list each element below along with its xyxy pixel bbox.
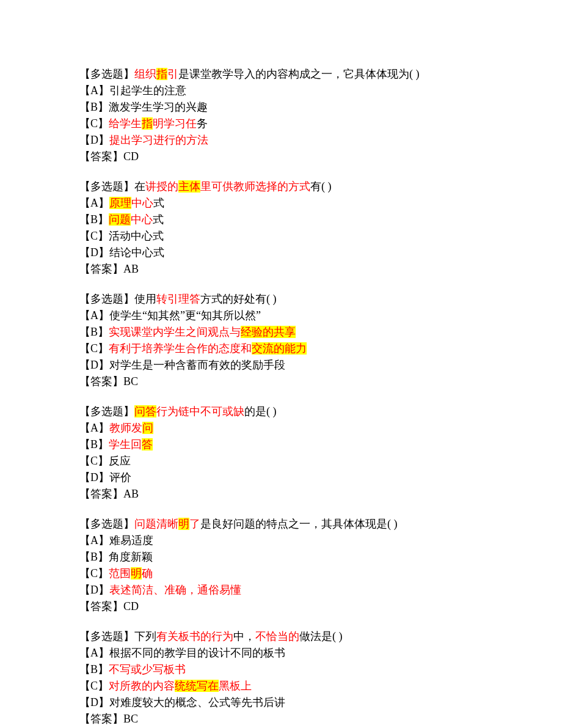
document-content: 【多选题】组织指引是课堂教学导入的内容构成之一，它具体体现为( )【A】引起学生… <box>79 66 483 727</box>
text-segment: 提出学习进行的方法 <box>109 134 208 146</box>
answer-label: 【答案】 <box>79 150 123 163</box>
text-segment: 【D】对难度较大的概念、公式等先书后讲 <box>79 696 285 708</box>
question-option: 【B】问题中心式 <box>79 211 483 228</box>
question-stem: 【多选题】使用转引理答方式的好处有( ) <box>79 291 483 307</box>
answer-label: 【答案】 <box>79 375 123 388</box>
text-segment: 【多选题】在 <box>79 180 145 193</box>
text-segment: 【多选题】 <box>79 68 134 80</box>
text-segment: 【D】结论中心式 <box>79 246 164 259</box>
text-segment: 有利于培养学生合作的态度和 <box>109 342 252 355</box>
question-option: 【C】对所教的内容统统写在黑板上 <box>79 678 483 694</box>
answer-line: 【答案】AB <box>79 486 483 502</box>
text-segment: 【多选题】 <box>79 405 134 417</box>
question-option: 【A】使学生“知其然”更“知其所以然” <box>79 307 483 324</box>
text-segment: 明 <box>131 567 142 579</box>
question-option: 【C】反应 <box>79 453 483 469</box>
text-segment: 的是( ) <box>244 405 277 417</box>
text-segment: 主体 <box>178 180 200 193</box>
question-stem: 【多选题】组织指引是课堂教学导入的内容构成之一，它具体体现为( ) <box>79 66 483 83</box>
text-segment: 【A】根据不同的教学目的设计不同的板书 <box>79 647 285 659</box>
answer-line: 【答案】CD <box>79 598 483 615</box>
question-option: 【D】结论中心式 <box>79 245 483 261</box>
answer-line: 【答案】BC <box>79 711 483 727</box>
answer-label: 【答案】 <box>79 600 123 612</box>
text-segment: 给学生 <box>109 117 142 130</box>
question-option: 【A】根据不同的教学目的设计不同的板书 <box>79 645 483 661</box>
text-segment: 【A】 <box>79 422 109 434</box>
question-stem: 【多选题】在讲授的主体里可供教师选择的方式有( ) <box>79 178 483 195</box>
text-segment: 【C】 <box>79 567 109 579</box>
text-segment: 明 <box>178 518 189 530</box>
text-segment: 答 <box>142 438 153 450</box>
question-option: 【D】提出学习进行的方法 <box>79 132 483 149</box>
question-option: 【D】评价 <box>79 469 483 486</box>
text-segment: 问答 <box>134 405 156 417</box>
text-segment: 有关板书的行为 <box>156 630 233 642</box>
text-segment: 【B】 <box>79 663 109 675</box>
text-segment: 指 <box>156 68 167 80</box>
question-option: 【C】给学生指明学习任务 <box>79 116 483 132</box>
text-segment: 【A】难易适度 <box>79 534 153 546</box>
question-option: 【B】不写或少写板书 <box>79 661 483 678</box>
text-segment: 组织 <box>134 68 156 80</box>
text-segment: 【A】 <box>79 197 109 209</box>
question-option: 【B】学生回答 <box>79 436 483 453</box>
text-segment: 【D】评价 <box>79 471 131 483</box>
text-segment: 转引理答 <box>156 293 200 305</box>
question-option: 【B】激发学生学习的兴趣 <box>79 99 483 116</box>
text-segment: 里可供教师选择的方式 <box>200 180 310 193</box>
text-segment: 【D】 <box>79 134 109 146</box>
text-segment: 实现课堂内学生之间观点与 <box>109 326 241 338</box>
text-segment: 黑板上 <box>219 680 252 692</box>
text-segment: 经验的共享 <box>241 326 296 338</box>
question-option: 【A】引起学生的注意 <box>79 83 483 99</box>
text-segment: 不恰当的 <box>255 630 299 642</box>
text-segment: 行为链中不可或缺 <box>156 405 244 417</box>
text-segment: 是课堂教学导入的内容构成之一，它具体体现为( ) <box>178 68 420 80</box>
text-segment: 【多选题】 <box>79 518 134 530</box>
text-segment: 是良好问题的特点之一，其具体体现是( ) <box>200 518 398 530</box>
text-segment: 问 <box>142 422 153 434</box>
answer-label: 【答案】 <box>79 713 123 725</box>
text-segment: 确 <box>142 567 153 579</box>
text-segment: 【A】引起学生的注意 <box>79 84 186 97</box>
question-option: 【C】范围明确 <box>79 565 483 582</box>
text-segment: 交流的能力 <box>252 342 307 355</box>
text-segment: 务 <box>197 117 208 130</box>
text-segment: 【C】反应 <box>79 455 131 467</box>
text-segment: 中心 <box>131 197 153 209</box>
text-segment: 引 <box>167 68 178 80</box>
question-option: 【B】实现课堂内学生之间观点与经验的共享 <box>79 324 483 340</box>
answer-value: CD <box>123 150 139 163</box>
text-segment: 【D】对学生是一种含蓄而有效的奖励手段 <box>79 359 285 371</box>
question-stem: 【多选题】问答行为链中不可或缺的是( ) <box>79 403 483 420</box>
text-segment: 【C】 <box>79 117 109 130</box>
question-block: 【多选题】使用转引理答方式的好处有( )【A】使学生“知其然”更“知其所以然”【… <box>79 291 483 390</box>
answer-label: 【答案】 <box>79 263 123 275</box>
answer-value: AB <box>123 488 139 500</box>
answer-value: CD <box>123 600 139 612</box>
text-segment: 范围 <box>109 567 131 579</box>
text-segment: 【B】 <box>79 438 109 450</box>
answer-value: BC <box>123 713 138 725</box>
text-segment: 问题清晰 <box>134 518 178 530</box>
text-segment: 问题 <box>109 213 131 226</box>
question-option: 【D】对学生是一种含蓄而有效的奖励手段 <box>79 357 483 373</box>
question-stem: 【多选题】问题清晰明了是良好问题的特点之一，其具体体现是( ) <box>79 516 483 532</box>
answer-line: 【答案】AB <box>79 261 483 278</box>
question-option: 【C】有利于培养学生合作的态度和交流的能力 <box>79 340 483 357</box>
text-segment: 【D】 <box>79 584 109 596</box>
text-segment: 统统写在 <box>175 680 219 692</box>
answer-value: BC <box>123 375 138 388</box>
text-segment: 【B】激发学生学习的兴趣 <box>79 101 208 113</box>
text-segment: 讲授的 <box>145 180 178 193</box>
answer-line: 【答案】CD <box>79 149 483 165</box>
text-segment: 【B】 <box>79 213 109 226</box>
question-option: 【A】教师发问 <box>79 420 483 436</box>
text-segment: 式 <box>153 197 164 209</box>
text-segment: 明学习任 <box>153 117 197 130</box>
question-stem: 【多选题】下列有关板书的行为中，不恰当的做法是( ) <box>79 628 483 645</box>
text-segment: 【C】活动中心式 <box>79 230 164 242</box>
question-block: 【多选题】组织指引是课堂教学导入的内容构成之一，它具体体现为( )【A】引起学生… <box>79 66 483 165</box>
text-segment: 做法是( ) <box>299 630 343 642</box>
